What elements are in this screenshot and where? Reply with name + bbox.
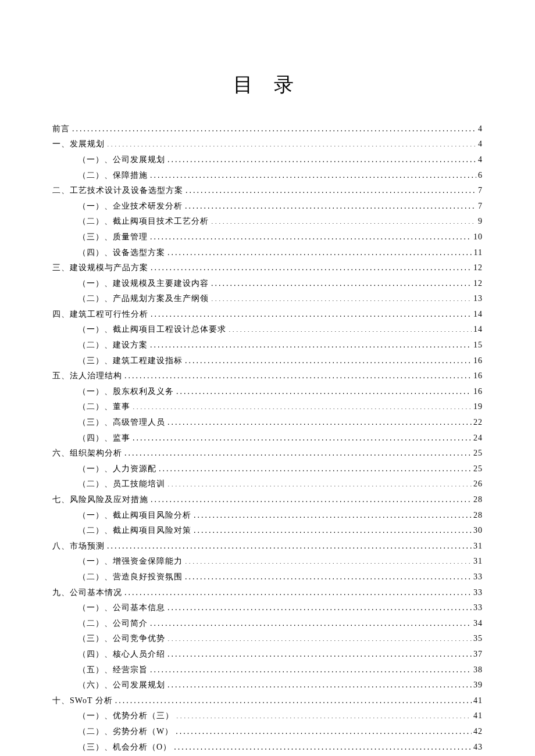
toc-entry-label: （一）、公司基本信息 bbox=[78, 600, 165, 616]
toc-entry-label: （三）、质量管理 bbox=[78, 230, 148, 245]
toc-leader-dots bbox=[185, 569, 472, 579]
toc-entry-page: 28 bbox=[472, 492, 483, 508]
toc-entry-label: （三）、建筑工程建设指标 bbox=[78, 353, 183, 369]
toc-entry: （一）、截止阀项目工程设计总体要求14 bbox=[78, 322, 483, 338]
toc-leader-dots bbox=[151, 260, 472, 270]
toc-entry-page: 25 bbox=[472, 461, 483, 477]
toc-entry-label: （一）、建设规模及主要建设内容 bbox=[78, 276, 209, 292]
toc-entry-page: 33 bbox=[472, 600, 483, 616]
toc-leader-dots bbox=[167, 152, 476, 162]
toc-entry-page: 31 bbox=[472, 539, 483, 554]
toc-entry-page: 33 bbox=[472, 585, 483, 601]
toc-entry-page: 15 bbox=[472, 338, 483, 353]
toc-entry-page: 4 bbox=[476, 137, 483, 152]
toc-leader-dots bbox=[194, 523, 472, 533]
toc-leader-dots bbox=[174, 740, 472, 750]
toc-entry: 七、风险风险及应对措施28 bbox=[52, 492, 483, 508]
toc-entry-page: 41 bbox=[472, 693, 483, 709]
toc-entry: （一）、建设规模及主要建设内容12 bbox=[78, 276, 483, 292]
toc-entry-label: （三）、高级管理人员 bbox=[78, 415, 165, 431]
toc-entry-page: 35 bbox=[472, 631, 483, 647]
toc-leader-dots bbox=[150, 616, 472, 626]
toc-entry-label: 五、法人治理结构 bbox=[52, 368, 122, 384]
toc-entry-label: 九、公司基本情况 bbox=[52, 585, 122, 601]
toc-entry-page: 30 bbox=[472, 523, 483, 539]
toc-entry-page: 14 bbox=[472, 307, 483, 323]
toc-leader-dots bbox=[211, 214, 476, 224]
toc-entry-label: （三）、公司竞争优势 bbox=[78, 631, 165, 647]
toc-entry: 五、法人治理结构16 bbox=[52, 368, 483, 384]
toc-entry: 四、建筑工程可行性分析14 bbox=[52, 307, 483, 323]
toc-entry: （二）、董事19 bbox=[78, 399, 483, 415]
toc-entry: （一）、增强资金保障能力31 bbox=[78, 554, 483, 569]
toc-entry-page: 14 bbox=[472, 322, 483, 338]
toc-entry-page: 37 bbox=[472, 647, 483, 662]
toc-entry-label: （一）、人力资源配 bbox=[78, 461, 156, 477]
toc-entry-page: 16 bbox=[472, 384, 483, 400]
toc-entry-label: （一）、优势分析（三） bbox=[78, 708, 174, 724]
toc-entry: （二）、员工技能培训26 bbox=[78, 476, 483, 492]
toc-entry: （一）、人力资源配25 bbox=[78, 461, 483, 477]
toc-entry: （一）、股东权利及义务16 bbox=[78, 384, 483, 400]
toc-entry: 十、SWoT 分析41 bbox=[52, 693, 483, 709]
toc-entry: （一）、截止阀项目风险分析28 bbox=[78, 508, 483, 524]
toc-entry: （三）、高级管理人员22 bbox=[78, 415, 483, 431]
toc-leader-dots bbox=[176, 384, 472, 394]
toc-entry-label: 四、建筑工程可行性分析 bbox=[52, 307, 148, 323]
toc-leader-dots bbox=[72, 121, 476, 131]
toc-entry-page: 11 bbox=[472, 245, 483, 261]
toc-entry-label: （二）、产品规划方案及生产纲领 bbox=[78, 291, 209, 307]
toc-entry: （二）、截止阀项目技术工艺分析9 bbox=[78, 214, 483, 230]
toc-entry-label: 前言 bbox=[52, 121, 70, 137]
toc-entry: （二）、公司简介34 bbox=[78, 616, 483, 632]
toc-entry-label: （一）、截止阀项目风险分析 bbox=[78, 508, 191, 524]
toc-entry: （一）、公司基本信息33 bbox=[78, 600, 483, 616]
toc-leader-dots bbox=[133, 400, 472, 410]
toc-leader-dots bbox=[167, 678, 472, 687]
toc-entry-label: （二）、公司简介 bbox=[78, 616, 148, 632]
toc-entry-page: 13 bbox=[472, 291, 483, 307]
toc-entry: （六）、公司发展规划39 bbox=[78, 678, 483, 693]
toc-entry-label: （四）、设备选型方案 bbox=[78, 245, 165, 261]
toc-title: 目 录 bbox=[52, 71, 483, 98]
toc-entry-page: 34 bbox=[472, 616, 483, 632]
toc-entry-page: 9 bbox=[476, 214, 483, 230]
toc-leader-dots bbox=[176, 709, 472, 719]
toc-entry: 六、组织架构分析25 bbox=[52, 446, 483, 461]
toc-leader-dots bbox=[124, 585, 472, 595]
toc-entry-page: 12 bbox=[472, 276, 483, 292]
toc-entry-page: 31 bbox=[472, 554, 483, 569]
toc-entry-label: （一）、股东权利及义务 bbox=[78, 384, 174, 400]
toc-entry: 二、工艺技术设计及设备选型方案7 bbox=[52, 183, 483, 199]
toc-entry-label: 十、SWoT 分析 bbox=[52, 693, 113, 709]
toc-entry: （三）、公司竞争优势35 bbox=[78, 631, 483, 647]
toc-entry: （四）、监事24 bbox=[78, 431, 483, 446]
toc-entry-page: 4 bbox=[476, 152, 483, 168]
toc-entry: （四）、设备选型方案11 bbox=[78, 245, 483, 261]
toc-entry-label: （五）、经营宗旨 bbox=[78, 662, 148, 678]
toc-entry-page: 19 bbox=[472, 399, 483, 415]
toc-leader-dots bbox=[194, 508, 472, 518]
toc-entry-page: 39 bbox=[472, 678, 483, 693]
toc-entry-label: （四）、核心人员介绍 bbox=[78, 647, 165, 662]
toc-leader-dots bbox=[167, 632, 472, 642]
toc-entry: 三、建设规模与产品方案12 bbox=[52, 260, 483, 276]
toc-entry-page: 22 bbox=[472, 415, 483, 431]
toc-entry-label: （一）、增强资金保障能力 bbox=[78, 554, 183, 569]
toc-entry-label: 三、建设规模与产品方案 bbox=[52, 260, 148, 276]
toc-entry-label: （二）、员工技能培训 bbox=[78, 476, 165, 492]
toc-leader-dots bbox=[151, 492, 472, 502]
toc-entry-label: （二）、劣势分析（W） bbox=[78, 724, 173, 740]
toc-entry: （三）、建筑工程建设指标16 bbox=[78, 353, 483, 369]
toc-leader-dots bbox=[150, 168, 476, 178]
toc-entry: （三）、质量管理10 bbox=[78, 230, 483, 245]
toc-leader-dots bbox=[151, 307, 472, 317]
toc-entry-label: 二、工艺技术设计及设备选型方案 bbox=[52, 183, 183, 199]
toc-entry-page: 16 bbox=[472, 353, 483, 369]
toc-entry-label: 六、组织架构分析 bbox=[52, 446, 122, 461]
toc-entry-page: 26 bbox=[472, 476, 483, 492]
toc-leader-dots bbox=[229, 323, 472, 332]
toc-entry-label: （六）、公司发展规划 bbox=[78, 678, 165, 693]
toc-entry-page: 4 bbox=[476, 121, 483, 137]
toc-entry-label: （四）、监事 bbox=[78, 431, 130, 446]
